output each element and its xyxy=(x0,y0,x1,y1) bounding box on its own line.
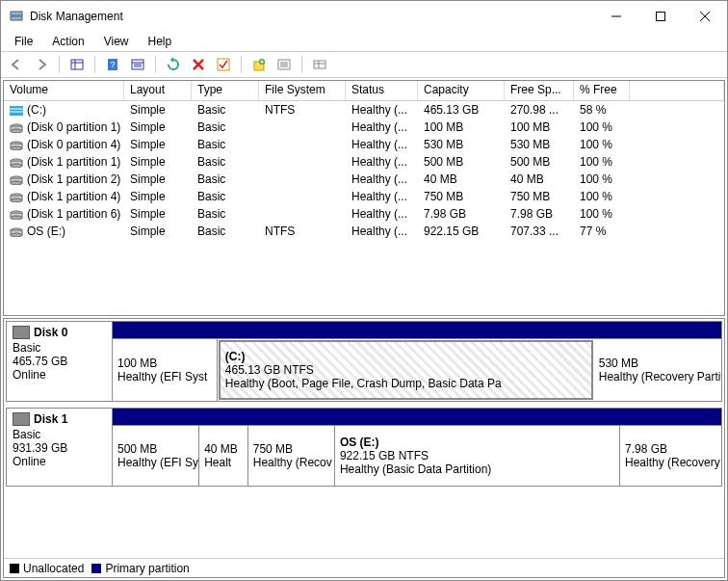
menu-file[interactable]: File xyxy=(5,33,42,50)
partition-status: Healthy (Boot, Page File, Crash Dump, Ba… xyxy=(225,377,586,390)
volume-layout: Simple xyxy=(124,172,192,186)
col-type[interactable]: Type xyxy=(192,81,259,100)
disk-row: Disk 1Basic931.39 GBOnline500 MBHealthy … xyxy=(6,408,722,487)
close-button[interactable] xyxy=(683,1,727,32)
partition-color-bar xyxy=(113,322,721,339)
delete-button[interactable] xyxy=(187,54,210,75)
detail-button[interactable] xyxy=(308,54,331,75)
titlebar[interactable]: Disk Management xyxy=(1,1,727,32)
volume-layout: Simple xyxy=(124,103,192,117)
col-capacity[interactable]: Capacity xyxy=(418,81,505,100)
show-hide-button[interactable] xyxy=(65,54,89,75)
disk-info[interactable]: Disk 0Basic465.75 GBOnline xyxy=(7,322,113,401)
col-volume[interactable]: Volume xyxy=(4,81,124,100)
svg-rect-1 xyxy=(11,16,22,20)
menu-view[interactable]: View xyxy=(94,33,139,50)
volume-row[interactable]: (Disk 1 partition 2)SimpleBasicHealthy (… xyxy=(4,171,724,188)
forward-button[interactable] xyxy=(30,54,53,75)
partition-size: 465.13 GB NTFS xyxy=(225,363,586,377)
minimize-button[interactable] xyxy=(594,1,638,32)
svg-point-52 xyxy=(11,233,22,237)
disk-status: Online xyxy=(13,455,106,468)
svg-point-34 xyxy=(11,129,22,133)
new-button[interactable] xyxy=(247,54,271,75)
settings-button[interactable] xyxy=(212,54,235,75)
volume-capacity: 465.13 GB xyxy=(418,103,505,117)
volume-free: 750 MB xyxy=(505,190,574,203)
volume-row[interactable]: (Disk 1 partition 4)SimpleBasicHealthy (… xyxy=(4,188,724,205)
svg-text:?: ? xyxy=(110,60,115,69)
svg-rect-17 xyxy=(218,59,229,70)
volume-fs: NTFS xyxy=(259,103,346,117)
partition-block[interactable]: 100 MBHealthy (EFI Syst xyxy=(113,339,218,401)
disk-info[interactable]: Disk 1Basic931.39 GBOnline xyxy=(7,409,113,486)
menu-action[interactable]: Action xyxy=(42,33,93,50)
volume-layout: Simple xyxy=(124,138,192,151)
partition-size: 750 MB xyxy=(253,442,329,456)
volume-status: Healthy (... xyxy=(346,103,418,117)
partition-block[interactable]: OS (E:)922.15 GB NTFSHealthy (Basic Data… xyxy=(335,426,620,486)
volume-row[interactable]: OS (E:)SimpleBasicNTFSHealthy (...922.15… xyxy=(4,223,724,240)
volume-type: Basic xyxy=(192,138,259,151)
svg-point-43 xyxy=(11,181,22,185)
volume-pct: 100 % xyxy=(574,172,630,186)
volume-capacity: 922.15 GB xyxy=(418,224,505,238)
menubar: File Action View Help xyxy=(1,32,727,51)
partition-block[interactable]: 750 MBHealthy (Recov xyxy=(248,426,335,486)
help-button[interactable]: ? xyxy=(101,54,124,75)
disk-status: Online xyxy=(13,368,106,382)
col-layout[interactable]: Layout xyxy=(124,81,192,100)
volume-pct: 100 % xyxy=(574,190,630,203)
list-button[interactable] xyxy=(273,54,296,75)
volume-type: Basic xyxy=(192,103,259,117)
partition-block[interactable]: 7.98 GBHealthy (Recovery Par xyxy=(620,426,721,486)
disk-management-window: Disk Management File Action View Help ? … xyxy=(0,0,728,581)
volume-name: (C:) xyxy=(27,103,46,117)
disk-icon xyxy=(13,326,30,339)
volume-status: Healthy (... xyxy=(346,224,418,238)
volume-row[interactable]: (Disk 0 partition 1)SimpleBasicHealthy (… xyxy=(4,119,724,136)
volume-row[interactable]: (Disk 0 partition 4)SimpleBasicHealthy (… xyxy=(4,136,724,153)
volume-free: 40 MB xyxy=(505,172,574,186)
col-free[interactable]: Free Sp... xyxy=(505,81,574,100)
volume-free: 7.98 GB xyxy=(505,207,574,221)
disk-type: Basic xyxy=(13,341,106,355)
volume-type: Basic xyxy=(192,190,259,203)
partition-block[interactable]: 40 MBHealt xyxy=(199,426,248,486)
volume-pct: 100 % xyxy=(574,155,630,169)
legend: Unallocated Primary partition xyxy=(4,558,724,577)
partition-block[interactable]: 500 MBHealthy (EFI Sy xyxy=(113,426,199,486)
svg-point-40 xyxy=(11,164,22,168)
back-button[interactable] xyxy=(5,54,28,75)
partition-block[interactable]: 530 MBHealthy (Recovery Partit xyxy=(594,339,721,401)
window-title: Disk Management xyxy=(30,10,594,23)
maximize-button[interactable] xyxy=(638,1,683,32)
volume-row[interactable]: (C:)SimpleBasicNTFSHealthy (...465.13 GB… xyxy=(4,101,724,119)
partition-block[interactable]: (C:)465.13 GB NTFSHealthy (Boot, Page Fi… xyxy=(219,340,593,400)
partition-size: 922.15 GB NTFS xyxy=(340,449,614,462)
disk-name: Disk 1 xyxy=(34,412,67,426)
volume-type: Basic xyxy=(192,120,259,134)
col-percent-free[interactable]: % Free xyxy=(574,81,630,100)
disk-size: 465.75 GB xyxy=(13,355,106,368)
col-filesystem[interactable]: File System xyxy=(259,81,346,100)
volume-status: Healthy (... xyxy=(346,172,418,186)
volume-row[interactable]: (Disk 1 partition 1)SimpleBasicHealthy (… xyxy=(4,153,724,171)
volume-pct: 77 % xyxy=(574,224,630,238)
refresh-button[interactable] xyxy=(162,54,185,75)
disk-type: Basic xyxy=(13,428,106,441)
properties-button[interactable] xyxy=(126,54,149,75)
list-header: Volume Layout Type File System Status Ca… xyxy=(4,81,724,101)
col-status[interactable]: Status xyxy=(346,81,418,100)
volume-free: 530 MB xyxy=(505,138,574,151)
volume-pct: 100 % xyxy=(574,120,630,134)
volume-status: Healthy (... xyxy=(346,155,418,169)
volume-status: Healthy (... xyxy=(346,138,418,151)
volume-pct: 100 % xyxy=(574,207,630,221)
volume-row[interactable]: (Disk 1 partition 6)SimpleBasicHealthy (… xyxy=(4,205,724,223)
legend-primary: Primary partition xyxy=(105,562,189,575)
partition-status: Healthy (Basic Data Partition) xyxy=(340,462,614,476)
menu-help[interactable]: Help xyxy=(139,33,182,50)
partition-label: (C:) xyxy=(225,350,586,363)
volume-list: Volume Layout Type File System Status Ca… xyxy=(3,80,725,316)
